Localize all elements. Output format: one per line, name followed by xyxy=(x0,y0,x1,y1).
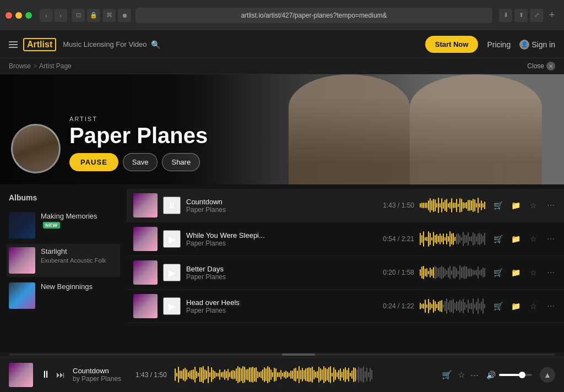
track-artwork xyxy=(133,294,158,318)
track-title: While You Were Sleepi... xyxy=(186,231,377,239)
waveform-bars xyxy=(420,231,486,247)
player-time: 1:43 / 1:50 xyxy=(135,371,167,379)
hamburger-menu-button[interactable] xyxy=(9,41,18,48)
track-row[interactable]: ▶ Head over Heels Paper Planes 0:24 / 1:… xyxy=(127,290,564,323)
share-browser-icon-button[interactable]: ⬆ xyxy=(514,9,528,22)
play-track-button[interactable]: ▶ xyxy=(163,297,181,315)
star-icon-button[interactable]: ☆ xyxy=(527,266,540,279)
brand: Artlist Music Licensing For Video xyxy=(23,38,147,51)
folder-icon-button[interactable]: 📁 xyxy=(509,199,522,212)
player-share-button[interactable]: ⋯ xyxy=(470,370,479,380)
search-icon[interactable]: 🔍 xyxy=(151,40,160,49)
player-cart-button[interactable]: 🛒 xyxy=(442,370,452,380)
start-now-button[interactable]: Start Now xyxy=(425,36,479,53)
album-item[interactable]: New Beginnings xyxy=(7,279,120,312)
share-track-button[interactable]: ⋯ xyxy=(544,232,557,246)
rss-icon-button[interactable]: ⌘ xyxy=(102,9,116,22)
track-row[interactable]: ⏸ Countdown Paper Planes 1:43 / 1:50 🛒 📁… xyxy=(127,189,564,222)
share-track-button[interactable]: ⋯ xyxy=(544,266,557,279)
star-icon-button[interactable]: ☆ xyxy=(527,232,540,246)
album-name: New Beginnings xyxy=(41,282,118,291)
fullscreen-window-button[interactable] xyxy=(25,12,32,19)
album-tag: Acoustic xyxy=(70,257,93,264)
share-button[interactable]: Share xyxy=(162,153,200,171)
pause-button[interactable]: PAUSE xyxy=(69,153,118,171)
player-waveform[interactable] xyxy=(175,366,434,384)
track-row[interactable]: ▶ While You Were Sleepi... Paper Planes … xyxy=(127,222,564,256)
cart-icon-button[interactable]: 🛒 xyxy=(491,266,505,279)
player-track-artist: by Paper Planes xyxy=(73,375,128,383)
horizontal-scrollbar[interactable] xyxy=(0,352,564,357)
volume-control: 🔊 xyxy=(486,371,532,379)
add-tab-button[interactable]: + xyxy=(545,9,558,22)
browser-nav-buttons: ‹ › xyxy=(40,9,67,22)
download-icon-button[interactable]: ⬇ xyxy=(499,9,512,22)
breadcrumb-browse-link[interactable]: Browse xyxy=(9,62,31,70)
app-container: Artlist Music Licensing For Video 🔍 Star… xyxy=(0,31,564,392)
track-waveform[interactable] xyxy=(420,265,486,280)
artist-hero: ARTIST Paper Planes PAUSE Save Share xyxy=(0,74,564,184)
player-next-button[interactable]: ⏭ xyxy=(56,370,65,380)
track-actions: 🛒 📁 ☆ ⋯ xyxy=(491,232,557,246)
sign-in-link[interactable]: 👤 Sign in xyxy=(519,40,555,50)
cart-icon-button[interactable]: 🛒 xyxy=(491,232,505,246)
minimize-window-button[interactable] xyxy=(15,12,22,19)
folder-icon-button[interactable]: 📁 xyxy=(509,300,522,313)
track-row[interactable]: ▶ Better Days Paper Planes 0:20 / 1:58 🛒… xyxy=(127,256,564,290)
star-icon-button[interactable]: ☆ xyxy=(527,199,540,212)
scrollbar-thumb[interactable] xyxy=(282,353,315,356)
track-actions: 🛒 📁 ☆ ⋯ xyxy=(491,199,557,212)
album-name: Making Memories NEW xyxy=(41,212,118,228)
player-controls: ⏸ ⏭ xyxy=(41,369,65,380)
album-tags: Exuberant Acoustic Folk xyxy=(41,257,118,264)
close-icon: ✕ xyxy=(546,62,555,70)
play-track-button[interactable]: ▶ xyxy=(163,264,181,281)
player-favorite-button[interactable]: ☆ xyxy=(458,370,465,380)
close-banner-button[interactable]: Close ✕ xyxy=(527,62,555,70)
expand-icon-button[interactable]: ⤢ xyxy=(530,9,543,22)
track-artist: Paper Planes xyxy=(186,273,377,281)
scroll-up-button[interactable]: ▲ xyxy=(540,367,555,383)
share-track-button[interactable]: ⋯ xyxy=(544,300,557,313)
album-meta: Starlight Exuberant Acoustic Folk xyxy=(41,247,118,264)
track-time: 0:24 / 1:22 xyxy=(383,302,414,310)
top-nav: Artlist Music Licensing For Video 🔍 Star… xyxy=(0,31,564,58)
save-button[interactable]: Save xyxy=(123,153,158,171)
waveform-bars xyxy=(420,198,486,213)
sidebar: Albums Making Memories NEW Starlight Ex xyxy=(0,184,127,352)
record-icon-button[interactable]: ⏺ xyxy=(118,9,131,22)
address-bar[interactable] xyxy=(135,8,492,23)
forward-button[interactable]: › xyxy=(54,9,67,22)
page-icon-button[interactable]: ⊡ xyxy=(72,9,85,22)
album-thumbnail xyxy=(9,212,35,238)
track-waveform[interactable] xyxy=(420,298,486,314)
pause-track-button[interactable]: ⏸ xyxy=(163,197,181,214)
album-item[interactable]: Starlight Exuberant Acoustic Folk xyxy=(7,244,120,277)
track-artist: Paper Planes xyxy=(186,206,377,214)
track-waveform[interactable] xyxy=(420,231,486,247)
artist-avatar xyxy=(11,124,61,173)
player-actions: 🛒 ☆ ⋯ xyxy=(442,370,479,380)
track-waveform[interactable] xyxy=(420,198,486,213)
artist-name: Paper Planes xyxy=(69,124,208,146)
folder-icon-button[interactable]: 📁 xyxy=(509,266,522,279)
album-item[interactable]: Making Memories NEW xyxy=(7,209,120,242)
album-tag: Folk xyxy=(95,257,106,264)
close-window-button[interactable] xyxy=(6,12,12,19)
player-pause-button[interactable]: ⏸ xyxy=(41,369,51,380)
folder-icon-button[interactable]: 📁 xyxy=(509,232,522,246)
privacy-icon-button[interactable]: 🔒 xyxy=(87,9,100,22)
volume-slider[interactable] xyxy=(499,374,532,376)
breadcrumb-current: Artist Page xyxy=(39,62,72,70)
bottom-player: ⏸ ⏭ Countdown by Paper Planes 1:43 / 1:5… xyxy=(0,357,564,392)
track-title: Head over Heels xyxy=(186,298,377,307)
close-label: Close xyxy=(527,62,544,70)
play-track-button[interactable]: ▶ xyxy=(163,230,181,248)
cart-icon-button[interactable]: 🛒 xyxy=(491,300,505,313)
star-icon-button[interactable]: ☆ xyxy=(527,300,540,313)
track-time: 0:54 / 2:21 xyxy=(383,235,414,243)
back-button[interactable]: ‹ xyxy=(40,9,53,22)
share-track-button[interactable]: ⋯ xyxy=(544,199,557,212)
pricing-link[interactable]: Pricing xyxy=(487,40,511,49)
cart-icon-button[interactable]: 🛒 xyxy=(491,199,505,212)
